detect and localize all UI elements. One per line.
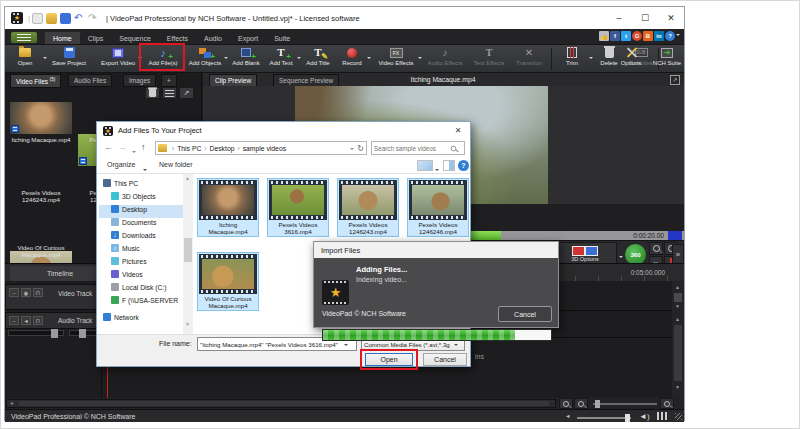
delete-clip-icon[interactable] (145, 87, 160, 99)
file-item-pexels-1246246[interactable]: Pexels Videos 1246246.mp4 (407, 178, 469, 237)
preview-pane-icon[interactable] (443, 160, 455, 171)
zoom-out-icon[interactable] (649, 242, 663, 255)
tree-item-music[interactable]: ♪Music (111, 244, 140, 252)
options-button[interactable]: Options (617, 46, 645, 72)
scroll-up-icon[interactable]: ▲ (675, 285, 680, 290)
thumbs-up-icon[interactable]: 👍 (599, 31, 609, 41)
maximize-button[interactable]: ☐ (632, 8, 658, 28)
add-text-button[interactable]: T+ Add Text (265, 46, 297, 72)
breadcrumb[interactable]: ›This PC ›Desktop ›sample videos ↻ (155, 141, 367, 155)
scrub-end-marker[interactable] (668, 231, 682, 240)
forward-icon[interactable]: → (118, 142, 127, 152)
add-objects-button[interactable]: + Add Objects (185, 46, 225, 72)
file-item-itching-macaque[interactable]: Itching Macaque.mp4 (197, 178, 259, 237)
popout-icon[interactable]: ↗ (179, 87, 194, 99)
undo-icon[interactable]: ↶ (74, 13, 85, 24)
file-name-dropdown-icon[interactable] (344, 344, 348, 348)
tree-item-network[interactable]: Network (103, 313, 139, 321)
twitter-icon[interactable]: t (621, 31, 631, 41)
list-view-icon[interactable] (162, 87, 177, 99)
record-button[interactable]: Record (337, 46, 367, 72)
tree-item-pictures[interactable]: Pictures (111, 257, 147, 265)
file-item-pexels-1246243[interactable]: Pexels Videos 1246243.mp4 (337, 178, 399, 237)
slider-handle[interactable] (625, 414, 630, 422)
tab-video-files[interactable]: Video Files (5) (10, 74, 61, 88)
up-icon[interactable]: ↑ (141, 142, 146, 152)
linkedin-icon[interactable]: in (654, 31, 664, 41)
record-dropdown-icon[interactable] (367, 57, 371, 61)
facebook-icon[interactable]: f (610, 31, 620, 41)
scrollbar-thumb[interactable] (19, 401, 549, 406)
tab-clips[interactable]: Clips (80, 32, 112, 44)
add-objects-dropdown-icon[interactable] (224, 57, 228, 61)
tab-audio[interactable]: Audio (196, 32, 230, 44)
view-mode-icon[interactable] (417, 160, 433, 171)
new-folder-button[interactable]: New folder (159, 161, 192, 168)
tree-item-desktop[interactable]: Desktop (111, 205, 147, 213)
scroll-up-icon[interactable]: ▲ (185, 176, 190, 181)
timeline-zoom-in-icon[interactable] (660, 398, 674, 409)
tab-add[interactable]: + (161, 74, 177, 87)
minimize-button[interactable]: – (606, 8, 632, 28)
breadcrumb-desktop[interactable]: Desktop (210, 145, 235, 152)
tree-scrollbar[interactable]: ▲ ▼ (183, 174, 193, 334)
more-controls-button[interactable]: » (672, 244, 684, 264)
video-effects-button[interactable]: FX Video Effects (373, 46, 419, 72)
scrollbar-thumb[interactable] (674, 293, 682, 302)
blogger-icon[interactable]: B (643, 31, 653, 41)
import-cancel-button[interactable]: Cancel (498, 306, 552, 322)
file-item-video-of-curious[interactable]: Video Of Curious Macaque.mp4 (197, 252, 259, 311)
tree-item-3d-objects[interactable]: 3D Objects (111, 192, 156, 200)
add-text-dropdown-icon[interactable] (297, 57, 301, 61)
scroll-down-icon[interactable]: ▼ (675, 304, 680, 309)
tree-item-documents[interactable]: Documents (111, 218, 156, 226)
open-project-icon[interactable] (46, 13, 57, 24)
timeline-zoom-slider[interactable] (593, 403, 657, 405)
slider-handle[interactable] (79, 329, 86, 338)
breadcrumb-sample-videos[interactable]: sample videos (243, 145, 286, 152)
playback-volume-slider[interactable] (577, 417, 631, 419)
search-box[interactable] (371, 141, 465, 155)
cancel-button-dialog[interactable]: Cancel (423, 353, 467, 366)
redo-icon[interactable]: ↷ (88, 13, 99, 24)
tree-item-network-drive[interactable]: F (\\USA-SERVER (111, 296, 178, 304)
playback-prev-icon[interactable]: ◄ (565, 414, 570, 419)
file-type-dropdown-icon[interactable] (454, 344, 458, 348)
transition-button[interactable]: ✕ Transition (511, 46, 547, 72)
search-input[interactable] (372, 145, 450, 152)
tree-item-videos[interactable]: Videos (111, 270, 143, 278)
add-title-button[interactable]: T✎ Add Title (302, 46, 334, 72)
timeline-h-scrollbar[interactable]: ◄ (6, 399, 556, 408)
collapse-track-icon[interactable]: − (9, 288, 19, 297)
scroll-up-icon[interactable]: ▲ (675, 317, 680, 322)
zoom-fit-icon[interactable] (559, 398, 573, 409)
file-item-pexels-3616[interactable]: Pexels Videos 3616.mp4 (267, 178, 329, 237)
save-project-button[interactable]: Save Project (47, 46, 91, 72)
tree-item-downloads[interactable]: ↓Downloads (111, 231, 156, 239)
timeline-zoom-out-icon[interactable] (574, 398, 588, 409)
google-plus-icon[interactable]: G (632, 31, 642, 41)
speaker-icon[interactable]: ◄) (639, 412, 650, 421)
pan-slider[interactable] (69, 330, 97, 336)
tab-audio-files[interactable]: Audio Files (68, 74, 112, 87)
help-icon[interactable]: ? (665, 31, 675, 41)
menu-icon[interactable] (11, 32, 37, 43)
track-visibility-icon[interactable]: ◉ (21, 288, 31, 297)
slider-handle[interactable] (595, 400, 600, 408)
view-dropdown-icon[interactable] (435, 169, 439, 173)
dialog-help-icon[interactable]: ? (458, 160, 469, 171)
scrollbar-thumb[interactable] (184, 238, 192, 262)
breadcrumb-this-pc[interactable]: This PC (177, 145, 201, 152)
open-button[interactable]: Open (9, 46, 41, 72)
file-name-input[interactable] (198, 341, 344, 348)
popout-preview-icon[interactable]: ↗ (670, 75, 680, 85)
export-video-button[interactable]: Export Video (97, 46, 139, 72)
new-project-icon[interactable] (32, 13, 43, 24)
track-lock-icon[interactable]: ⊓ (33, 316, 43, 325)
refresh-icon[interactable]: ↻ (357, 144, 364, 153)
scroll-down-icon[interactable]: ▼ (185, 322, 190, 327)
address-dropdown-icon[interactable] (350, 148, 354, 152)
slider-handle[interactable] (51, 329, 58, 338)
video-effects-dropdown-icon[interactable] (418, 57, 422, 61)
track-scrollbar[interactable]: ▲ ▼ ▲ ▼ (672, 281, 684, 398)
